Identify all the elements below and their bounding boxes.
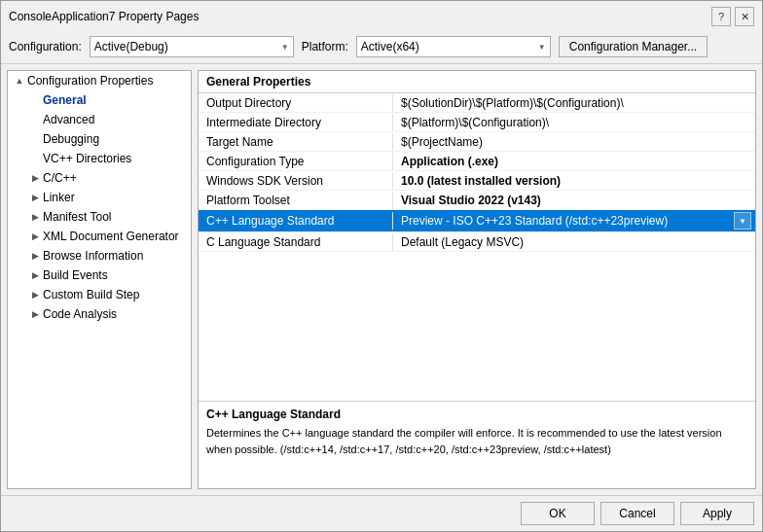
sidebar-item-debugging[interactable]: Debugging: [8, 129, 191, 149]
prop-value-intermediate-dir: $(Platform)\$(Configuration)\: [393, 114, 755, 131]
prop-name-win-sdk: Windows SDK Version: [199, 172, 393, 190]
tree-expander-vc-dirs: [27, 151, 43, 166]
apply-button[interactable]: Apply: [680, 502, 754, 525]
dialog-title: ConsoleApplication7 Property Pages: [9, 10, 199, 23]
description-panel: C++ Language Standard Determines the C++…: [199, 401, 755, 488]
prop-name-platform-toolset: Platform Toolset: [199, 192, 393, 209]
sidebar-item-label-browse-info: Browse Information: [43, 249, 143, 263]
prop-value-target-name: $(ProjectName): [393, 133, 755, 151]
sidebar-item-label-config-props: Configuration Properties: [27, 74, 153, 88]
sidebar-item-linker[interactable]: ▶Linker: [8, 188, 191, 207]
tree-expander-browse-info: ▶: [27, 248, 43, 264]
sidebar-item-code-analysis[interactable]: ▶Code Analysis: [8, 304, 191, 324]
bottom-bar: OK Cancel Apply: [1, 495, 762, 531]
tree-expander-custom-build: ▶: [27, 287, 43, 302]
close-button[interactable]: ✕: [735, 7, 754, 26]
title-bar: ConsoleApplication7 Property Pages ? ✕: [1, 1, 762, 30]
sidebar-item-config-props[interactable]: ▲Configuration Properties: [8, 71, 191, 90]
prop-name-output-dir: Output Directory: [199, 94, 393, 112]
sidebar-item-vc-dirs[interactable]: VC++ Directories: [8, 149, 191, 168]
sidebar-item-label-c-cpp: C/C++: [43, 171, 77, 185]
prop-row-platform-toolset[interactable]: Platform ToolsetVisual Studio 2022 (v143…: [199, 191, 755, 210]
tree-expander-linker: ▶: [27, 190, 43, 205]
sidebar-item-label-build-events: Build Events: [43, 268, 108, 282]
platform-select[interactable]: Active(x64): [356, 36, 551, 57]
tree-expander-advanced: [27, 112, 43, 127]
tree-expander-debugging: [27, 131, 43, 147]
description-text: Determines the C++ language standard the…: [206, 425, 747, 457]
cancel-button[interactable]: Cancel: [600, 502, 674, 525]
sidebar-item-label-xml-doc-gen: XML Document Generator: [43, 230, 179, 243]
prop-row-cpp-lang-std[interactable]: C++ Language StandardPreview - ISO C++23…: [199, 210, 755, 232]
configuration-select-wrapper: Active(Debug): [90, 36, 294, 57]
ok-button[interactable]: OK: [521, 502, 595, 525]
sidebar-item-c-cpp[interactable]: ▶C/C++: [8, 168, 191, 188]
configuration-select[interactable]: Active(Debug): [90, 36, 294, 57]
title-bar-controls: ? ✕: [711, 7, 754, 26]
property-pages-dialog: ConsoleApplication7 Property Pages ? ✕ C…: [0, 0, 763, 532]
tree-expander-config-props: ▲: [12, 73, 27, 89]
sidebar-item-label-vc-dirs: VC++ Directories: [43, 152, 131, 165]
prop-name-config-type: Configuration Type: [199, 153, 393, 170]
sidebar-item-label-debugging: Debugging: [43, 132, 99, 146]
tree-expander-manifest-tool: ▶: [27, 209, 43, 225]
left-panel: ▲Configuration PropertiesGeneralAdvanced…: [7, 70, 192, 489]
prop-value-platform-toolset: Visual Studio 2022 (v143): [393, 192, 755, 209]
main-content: ▲Configuration PropertiesGeneralAdvanced…: [1, 64, 762, 495]
prop-row-output-dir[interactable]: Output Directory$(SolutionDir)\$(Platfor…: [199, 93, 755, 113]
sidebar-item-advanced[interactable]: Advanced: [8, 110, 191, 129]
sidebar-item-label-manifest-tool: Manifest Tool: [43, 210, 111, 224]
prop-row-config-type[interactable]: Configuration TypeApplication (.exe): [199, 152, 755, 171]
sidebar-item-xml-doc-gen[interactable]: ▶XML Document Generator: [8, 227, 191, 246]
sidebar-item-label-advanced: Advanced: [43, 113, 94, 126]
sidebar-item-custom-build[interactable]: ▶Custom Build Step: [8, 285, 191, 304]
right-panel: General Properties Output Directory$(Sol…: [198, 70, 756, 489]
config-manager-button[interactable]: Configuration Manager...: [559, 36, 708, 57]
tree-expander-build-events: ▶: [27, 267, 43, 283]
sidebar-item-label-linker: Linker: [43, 191, 75, 204]
help-button[interactable]: ?: [711, 7, 731, 26]
configuration-label: Configuration:: [9, 40, 82, 53]
tree-expander-c-cpp: ▶: [27, 170, 43, 186]
prop-row-intermediate-dir[interactable]: Intermediate Directory$(Platform)\$(Conf…: [199, 113, 755, 132]
right-panel-header: General Properties: [199, 71, 755, 93]
prop-value-c-lang-std: Default (Legacy MSVC): [393, 233, 755, 251]
tree-expander-xml-doc-gen: ▶: [27, 229, 43, 244]
sidebar-item-manifest-tool[interactable]: ▶Manifest Tool: [8, 207, 191, 227]
sidebar-item-browse-info[interactable]: ▶Browse Information: [8, 246, 191, 266]
tree-expander-code-analysis: ▶: [27, 306, 43, 322]
prop-value-config-type: Application (.exe): [393, 153, 755, 170]
tree-expander-general: [27, 92, 43, 108]
prop-value-win-sdk: 10.0 (latest installed version): [393, 172, 755, 190]
platform-label: Platform:: [302, 40, 348, 53]
prop-dropdown-btn-cpp-lang-std[interactable]: ▼: [734, 212, 751, 230]
properties-table: Output Directory$(SolutionDir)\$(Platfor…: [199, 93, 755, 401]
sidebar-item-general[interactable]: General: [8, 90, 191, 110]
sidebar-item-label-code-analysis: Code Analysis: [43, 307, 117, 321]
description-title: C++ Language Standard: [206, 408, 747, 421]
sidebar-item-label-custom-build: Custom Build Step: [43, 288, 139, 301]
prop-name-intermediate-dir: Intermediate Directory: [199, 114, 393, 131]
prop-name-target-name: Target Name: [199, 133, 393, 151]
prop-row-win-sdk[interactable]: Windows SDK Version10.0 (latest installe…: [199, 171, 755, 191]
sidebar-item-label-general: General: [43, 93, 87, 107]
prop-row-target-name[interactable]: Target Name$(ProjectName): [199, 132, 755, 152]
prop-value-output-dir: $(SolutionDir)\$(Platform)\$(Configurati…: [393, 94, 755, 112]
sidebar-item-build-events[interactable]: ▶Build Events: [8, 266, 191, 285]
config-row: Configuration: Active(Debug) Platform: A…: [1, 30, 762, 64]
prop-row-c-lang-std[interactable]: C Language StandardDefault (Legacy MSVC): [199, 232, 755, 252]
prop-name-c-lang-std: C Language Standard: [199, 233, 393, 251]
prop-name-cpp-lang-std: C++ Language Standard: [199, 212, 393, 230]
prop-value-cpp-lang-std: Preview - ISO C++23 Standard (/std:c++23…: [393, 210, 755, 231]
platform-select-wrapper: Active(x64): [356, 36, 551, 57]
